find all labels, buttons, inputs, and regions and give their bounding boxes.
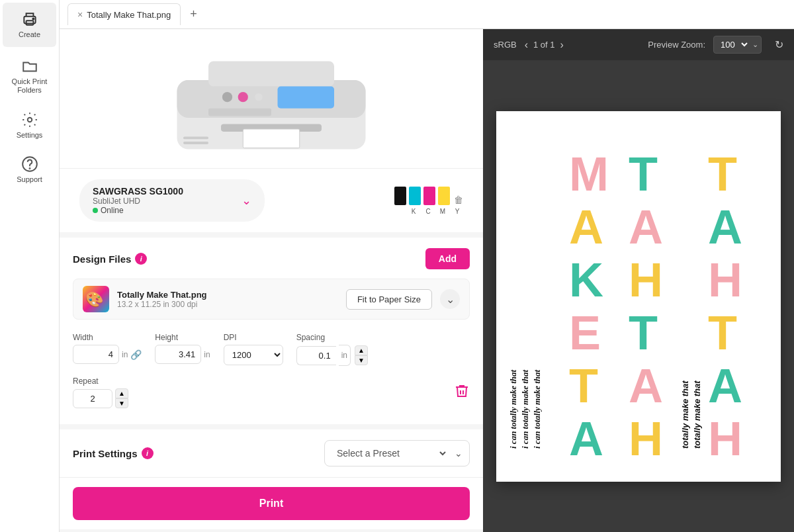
sidebar-item-quick-print-label: Quick Print Folders <box>12 77 48 95</box>
tab-close[interactable]: × <box>77 9 83 20</box>
next-page-button[interactable]: › <box>560 39 564 51</box>
preview-header: sRGB ‹ 1 of 1 › Preview Zoom: 50 75 10 <box>483 29 794 60</box>
print-settings-info-icon[interactable]: i <box>142 447 154 459</box>
printer-icon <box>21 11 38 28</box>
preset-select[interactable]: Select a Preset <box>325 441 448 466</box>
spacing-down-button[interactable]: ▼ <box>355 355 368 365</box>
ink-bars: 🗑 <box>394 187 463 205</box>
design-file-row: 🎨 Totally Make That.png 13.2 x 11.25 in … <box>73 279 470 320</box>
svg-text:H: H <box>629 253 663 306</box>
dimensions-row: Width in 🔗 Height in <box>73 328 470 371</box>
zoom-chevron-icon: ⌄ <box>750 40 761 49</box>
height-group: Height in <box>155 333 210 364</box>
ink-trash-icon[interactable]: 🗑 <box>454 195 463 205</box>
printer-dropdown-icon[interactable]: ⌄ <box>242 193 251 208</box>
print-button[interactable]: Print <box>73 487 470 520</box>
main-area: × Totally Make That.png + <box>60 0 794 532</box>
print-settings-section: Print Settings i Select a Preset ⌄ <box>60 429 483 477</box>
expand-button[interactable]: ⌄ <box>440 289 460 309</box>
preset-chevron-icon: ⌄ <box>448 441 469 465</box>
preset-select-wrap[interactable]: Select a Preset ⌄ <box>324 440 470 466</box>
printer-illustration <box>146 42 397 162</box>
file-thumb-icon: 🎨 <box>83 286 109 312</box>
svg-rect-17 <box>183 142 208 144</box>
svg-text:H: H <box>708 253 742 306</box>
print-settings-title: Print Settings i <box>73 447 154 459</box>
repeat-up-button[interactable]: ▲ <box>115 388 128 398</box>
preview-canvas: i can totally make that i can totally ma… <box>483 60 794 532</box>
svg-text:T: T <box>629 148 658 200</box>
add-button[interactable]: Add <box>425 248 470 269</box>
trash-icon <box>454 383 470 399</box>
svg-text:i can totally make that: i can totally make that <box>532 369 542 449</box>
printer-sub: SubliJet UHD <box>93 197 235 206</box>
svg-text:A: A <box>629 200 663 253</box>
gear-icon <box>21 111 38 128</box>
ink-colors: 🗑 K C M Y <box>394 187 463 215</box>
design-files-title: Design Files i <box>73 253 147 265</box>
svg-point-5 <box>29 168 30 169</box>
dpi-select[interactable]: 300 600 1200 <box>224 345 283 365</box>
status-dot <box>93 208 98 213</box>
repeat-down-button[interactable]: ▼ <box>115 398 128 408</box>
refresh-button[interactable]: ↻ <box>775 38 783 51</box>
svg-text:i can totally make that: i can totally make that <box>520 369 530 449</box>
spacing-up-button[interactable]: ▲ <box>355 345 368 355</box>
svg-text:T: T <box>569 359 598 412</box>
repeat-input-wrap: ▲ ▼ <box>73 388 128 408</box>
spacing-spinners: ▲ ▼ <box>355 345 368 365</box>
width-input-row: in 🔗 <box>73 345 142 364</box>
sidebar-item-create[interactable]: Create <box>3 3 56 47</box>
height-unit: in <box>204 350 210 359</box>
repeat-input[interactable] <box>73 389 112 408</box>
tab-add-button[interactable]: + <box>183 5 204 24</box>
repeat-group: Repeat ▲ ▼ <box>73 377 128 408</box>
page-nav: ‹ 1 of 1 › <box>525 39 564 51</box>
svg-text:T: T <box>629 306 658 359</box>
width-input[interactable] <box>73 345 119 364</box>
spacing-input[interactable] <box>296 346 336 365</box>
fit-to-paper-button[interactable]: Fit to Paper Size <box>346 289 432 310</box>
design-files-header: Design Files i Add <box>73 248 470 269</box>
link-icon[interactable]: 🔗 <box>130 349 142 360</box>
design-files-section: Design Files i Add 🎨 Totally Make That.p… <box>60 238 483 424</box>
design-preview-svg: i can totally make that i can totally ma… <box>496 111 781 482</box>
svg-point-14 <box>255 93 262 101</box>
page-current: 1 of 1 <box>533 40 555 50</box>
printer-info-box[interactable]: SAWGRASS SG1000 SubliJet UHD Online ⌄ <box>79 179 265 222</box>
sidebar-item-support[interactable]: Support <box>0 148 59 192</box>
repeat-label: Repeat <box>73 377 128 386</box>
spacing-label: Spacing <box>296 333 368 342</box>
zoom-select[interactable]: 50 75 100 125 150 <box>714 36 750 53</box>
sidebar-item-settings-label: Settings <box>17 131 43 140</box>
prev-page-button[interactable]: ‹ <box>525 39 528 51</box>
sidebar-item-quick-print[interactable]: Quick Print Folders <box>0 50 59 103</box>
file-meta: 13.2 x 11.25 in 300 dpi <box>117 300 338 309</box>
ink-labels: K C M Y <box>408 208 463 215</box>
svg-text:A: A <box>708 200 742 253</box>
printer-selector: SAWGRASS SG1000 SubliJet UHD Online ⌄ <box>60 169 483 232</box>
tab-totally-make-that[interactable]: × Totally Make That.png <box>67 3 181 25</box>
print-bar: Print <box>60 477 483 529</box>
sidebar-item-settings[interactable]: Settings <box>0 103 59 148</box>
file-name: Totally Make That.png <box>117 290 338 300</box>
svg-text:i can totally make that: i can totally make that <box>508 369 518 449</box>
zoom-select-wrap[interactable]: 50 75 100 125 150 ⌄ <box>713 36 762 54</box>
sidebar: Create Quick Print Folders Settings Supp… <box>0 0 60 532</box>
design-files-info-icon[interactable]: i <box>135 253 147 265</box>
printer-info-text: SAWGRASS SG1000 SubliJet UHD Online <box>93 186 235 215</box>
file-info: Totally Make That.png 13.2 x 11.25 in 30… <box>117 290 338 309</box>
printer-name: SAWGRASS SG1000 <box>93 186 235 197</box>
left-panel: SAWGRASS SG1000 SubliJet UHD Online ⌄ <box>60 29 483 532</box>
printer-status: Online <box>93 206 235 215</box>
ink-label-k: K <box>408 208 419 215</box>
width-unit: in <box>122 350 128 359</box>
sidebar-item-support-label: Support <box>17 175 42 184</box>
height-input[interactable] <box>155 345 201 364</box>
svg-text:E: E <box>569 306 601 359</box>
preview-zoom-label: Preview Zoom: <box>648 40 705 50</box>
svg-text:A: A <box>708 359 742 412</box>
color-profile: sRGB <box>494 40 517 50</box>
svg-text:totally make that: totally make that <box>692 380 702 448</box>
delete-file-button[interactable] <box>454 383 470 402</box>
